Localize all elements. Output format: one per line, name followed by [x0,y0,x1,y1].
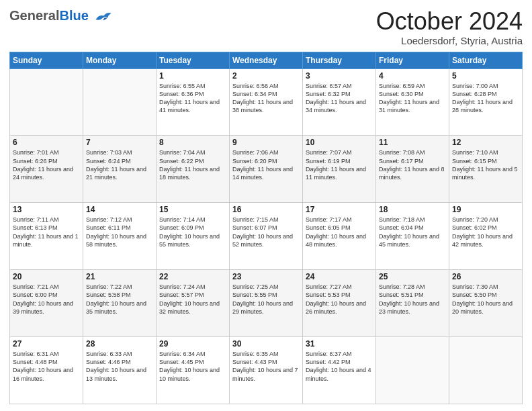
day-number: 5 [452,71,519,81]
day-number: 11 [379,138,446,147]
day-number: 10 [306,138,373,147]
calendar-cell: 9Sunrise: 7:06 AMSunset: 6:20 PMDaylight… [230,136,303,203]
calendar-cell: 17Sunrise: 7:17 AMSunset: 6:05 PMDayligh… [303,203,376,270]
calendar-cell: 28Sunrise: 6:33 AMSunset: 4:46 PMDayligh… [83,337,157,404]
day-number: 24 [306,272,373,281]
day-info: Sunrise: 6:56 AMSunset: 6:34 PMDaylight:… [232,82,300,115]
day-number: 6 [13,138,80,147]
calendar-cell: 27Sunrise: 6:31 AMSunset: 4:48 PMDayligh… [10,337,83,404]
day-number: 12 [452,138,519,147]
logo-blue: Blue [59,8,88,23]
day-info: Sunrise: 7:15 AMSunset: 6:07 PMDaylight:… [232,216,300,248]
calendar-cell: 5Sunrise: 7:00 AMSunset: 6:28 PMDaylight… [449,68,523,136]
calendar-cell: 6Sunrise: 7:01 AMSunset: 6:26 PMDaylight… [10,136,83,203]
day-info: Sunrise: 7:03 AMSunset: 6:24 PMDaylight:… [86,148,153,181]
calendar-cell: 14Sunrise: 7:12 AMSunset: 6:11 PMDayligh… [83,203,157,270]
calendar-cell: 15Sunrise: 7:14 AMSunset: 6:09 PMDayligh… [157,203,230,270]
day-info: Sunrise: 6:57 AMSunset: 6:32 PMDaylight:… [306,82,373,115]
day-info: Sunrise: 7:24 AMSunset: 5:57 PMDaylight:… [159,283,226,316]
calendar-week-row: 13Sunrise: 7:11 AMSunset: 6:13 PMDayligh… [10,203,523,270]
day-header-friday: Friday [376,52,449,68]
day-info: Sunrise: 7:07 AMSunset: 6:19 PMDaylight:… [306,148,373,181]
day-info: Sunrise: 7:08 AMSunset: 6:17 PMDaylight:… [379,148,446,181]
day-info: Sunrise: 6:35 AMSunset: 4:43 PMDaylight:… [232,350,300,383]
day-info: Sunrise: 7:18 AMSunset: 6:04 PMDaylight:… [379,216,446,248]
calendar-cell: 23Sunrise: 7:25 AMSunset: 5:55 PMDayligh… [230,270,303,337]
calendar-cell: 29Sunrise: 6:34 AMSunset: 4:45 PMDayligh… [157,337,230,404]
day-number: 23 [232,272,300,281]
day-number: 30 [232,339,300,349]
day-header-saturday: Saturday [449,52,523,68]
calendar-table: SundayMondayTuesdayWednesdayThursdayFrid… [9,52,523,404]
day-info: Sunrise: 7:22 AMSunset: 5:58 PMDaylight:… [86,283,153,316]
calendar-cell: 20Sunrise: 7:21 AMSunset: 6:00 PMDayligh… [10,270,83,337]
day-number: 26 [452,272,519,281]
calendar-cell: 10Sunrise: 7:07 AMSunset: 6:19 PMDayligh… [303,136,376,203]
day-number: 1 [159,71,226,81]
calendar-cell: 31Sunrise: 6:37 AMSunset: 4:42 PMDayligh… [303,337,376,404]
day-number: 16 [232,205,300,214]
calendar-cell: 26Sunrise: 7:30 AMSunset: 5:50 PMDayligh… [449,270,523,337]
calendar-cell: 8Sunrise: 7:04 AMSunset: 6:22 PMDaylight… [157,136,230,203]
day-number: 20 [13,272,80,281]
day-info: Sunrise: 7:11 AMSunset: 6:13 PMDaylight:… [13,216,80,248]
day-info: Sunrise: 6:37 AMSunset: 4:42 PMDaylight:… [306,350,373,383]
calendar-week-row: 27Sunrise: 6:31 AMSunset: 4:48 PMDayligh… [10,337,523,404]
day-info: Sunrise: 7:28 AMSunset: 5:51 PMDaylight:… [379,283,446,316]
day-number: 27 [13,339,80,349]
day-info: Sunrise: 6:34 AMSunset: 4:45 PMDaylight:… [159,350,226,383]
day-info: Sunrise: 7:14 AMSunset: 6:09 PMDaylight:… [159,216,226,248]
day-info: Sunrise: 7:12 AMSunset: 6:11 PMDaylight:… [86,216,153,248]
location: Loedersdorf, Styria, Austria [376,35,523,46]
day-number: 3 [306,71,373,81]
day-info: Sunrise: 7:00 AMSunset: 6:28 PMDaylight:… [452,82,519,115]
calendar-header-row: SundayMondayTuesdayWednesdayThursdayFrid… [10,52,523,68]
calendar-cell: 1Sunrise: 6:55 AMSunset: 6:36 PMDaylight… [157,68,230,136]
calendar-cell: 22Sunrise: 7:24 AMSunset: 5:57 PMDayligh… [157,270,230,337]
day-info: Sunrise: 7:27 AMSunset: 5:53 PMDaylight:… [306,283,373,316]
day-number: 19 [452,205,519,214]
calendar-cell: 2Sunrise: 6:56 AMSunset: 6:34 PMDaylight… [230,68,303,136]
day-header-monday: Monday [83,52,157,68]
day-info: Sunrise: 6:33 AMSunset: 4:46 PMDaylight:… [86,350,153,383]
day-number: 15 [159,205,226,214]
calendar-cell: 13Sunrise: 7:11 AMSunset: 6:13 PMDayligh… [10,203,83,270]
calendar-cell [376,337,449,404]
logo-bird-icon [93,10,112,24]
day-info: Sunrise: 7:21 AMSunset: 6:00 PMDaylight:… [13,283,80,316]
calendar-cell: 3Sunrise: 6:57 AMSunset: 6:32 PMDaylight… [303,68,376,136]
day-number: 29 [159,339,226,349]
day-header-sunday: Sunday [10,52,83,68]
day-info: Sunrise: 7:17 AMSunset: 6:05 PMDaylight:… [306,216,373,248]
calendar-cell: 24Sunrise: 7:27 AMSunset: 5:53 PMDayligh… [303,270,376,337]
day-number: 31 [306,339,373,349]
day-info: Sunrise: 7:10 AMSunset: 6:15 PMDaylight:… [452,148,519,181]
day-header-thursday: Thursday [303,52,376,68]
calendar-cell: 16Sunrise: 7:15 AMSunset: 6:07 PMDayligh… [230,203,303,270]
calendar-cell: 11Sunrise: 7:08 AMSunset: 6:17 PMDayligh… [376,136,449,203]
day-number: 17 [306,205,373,214]
calendar-cell: 21Sunrise: 7:22 AMSunset: 5:58 PMDayligh… [83,270,157,337]
calendar-week-row: 6Sunrise: 7:01 AMSunset: 6:26 PMDaylight… [10,136,523,203]
day-number: 13 [13,205,80,214]
day-header-wednesday: Wednesday [230,52,303,68]
calendar-container: GeneralBlue October 2024 Loedersdorf, St… [0,0,532,411]
header: GeneralBlue October 2024 Loedersdorf, St… [9,8,523,46]
day-number: 8 [159,138,226,147]
calendar-cell [10,68,83,136]
calendar-cell [449,337,523,404]
calendar-cell: 30Sunrise: 6:35 AMSunset: 4:43 PMDayligh… [230,337,303,404]
calendar-week-row: 20Sunrise: 7:21 AMSunset: 6:00 PMDayligh… [10,270,523,337]
logo: GeneralBlue [9,8,112,24]
day-info: Sunrise: 7:04 AMSunset: 6:22 PMDaylight:… [159,148,226,181]
calendar-cell: 12Sunrise: 7:10 AMSunset: 6:15 PMDayligh… [449,136,523,203]
day-info: Sunrise: 6:31 AMSunset: 4:48 PMDaylight:… [13,350,80,383]
day-info: Sunrise: 7:25 AMSunset: 5:55 PMDaylight:… [232,283,300,316]
day-number: 7 [86,138,153,147]
day-number: 22 [159,272,226,281]
day-info: Sunrise: 7:20 AMSunset: 6:02 PMDaylight:… [452,216,519,248]
day-number: 14 [86,205,153,214]
day-number: 28 [86,339,153,349]
day-info: Sunrise: 7:01 AMSunset: 6:26 PMDaylight:… [13,148,80,181]
calendar-cell: 18Sunrise: 7:18 AMSunset: 6:04 PMDayligh… [376,203,449,270]
